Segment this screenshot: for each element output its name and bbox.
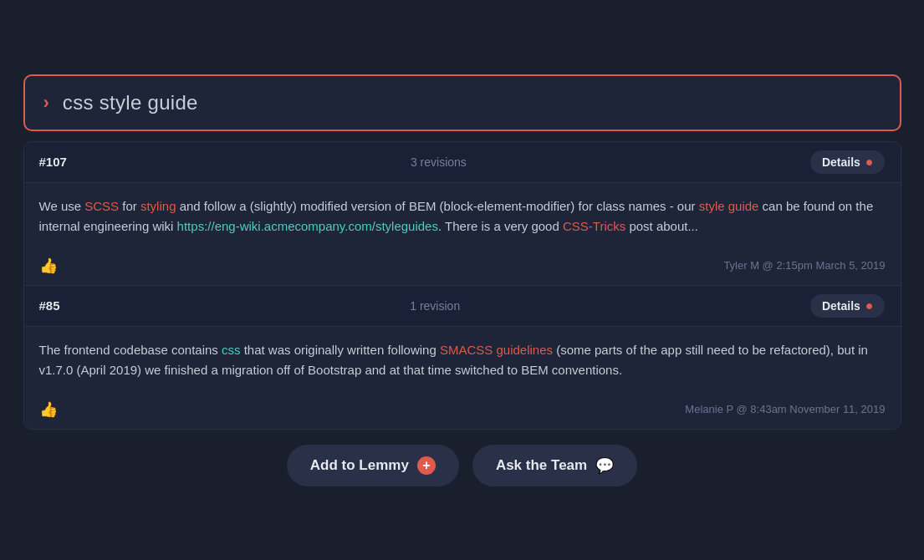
- search-bar[interactable]: › css style guide: [23, 74, 901, 131]
- details-arrow-icon-107: ●: [865, 155, 874, 170]
- chat-icon: 💬: [595, 456, 614, 475]
- result-author-107: Tyler M @ 2:15pm March 5, 2019: [723, 259, 885, 272]
- result-revisions-85: 1 revision: [410, 299, 460, 313]
- result-header-107: #107 3 revisions Details ●: [24, 142, 901, 183]
- highlight-css-tricks: CSS-Tricks: [563, 219, 625, 233]
- result-text-107: We use SCSS for styling and follow a (sl…: [39, 196, 886, 237]
- result-footer-85: 👍 Melanie P @ 8:43am November 11, 2019: [24, 394, 901, 429]
- result-author-85: Melanie P @ 8:43am November 11, 2019: [685, 403, 885, 415]
- ask-label: Ask the Team: [496, 457, 587, 474]
- add-to-lemmy-button[interactable]: Add to Lemmy +: [287, 445, 459, 486]
- result-id-107: #107: [39, 155, 67, 169]
- plus-icon: +: [417, 456, 436, 475]
- main-container: › css style guide #107 3 revisions Detai…: [23, 74, 901, 486]
- result-item-85: #85 1 revision Details ● The frontend co…: [24, 286, 901, 429]
- highlight-css: css: [222, 343, 241, 357]
- highlight-style-guide: style guide: [699, 199, 759, 213]
- add-label: Add to Lemmy: [310, 457, 409, 474]
- like-button-107[interactable]: 👍: [39, 257, 58, 275]
- result-item-107: #107 3 revisions Details ● We use SCSS f…: [24, 142, 901, 286]
- details-label-85: Details: [822, 299, 860, 313]
- chevron-icon: ›: [43, 94, 49, 112]
- result-revisions-107: 3 revisions: [411, 155, 467, 169]
- ask-the-team-button[interactable]: Ask the Team 💬: [472, 445, 637, 486]
- highlight-scss: SCSS: [84, 199, 119, 213]
- search-query: css style guide: [63, 91, 198, 115]
- result-text-85: The frontend codebase contains css that …: [39, 340, 886, 380]
- result-body-85: The frontend codebase contains css that …: [24, 327, 901, 394]
- result-body-107: We use SCSS for styling and follow a (sl…: [24, 183, 901, 250]
- details-button-85[interactable]: Details ●: [810, 294, 886, 318]
- details-label-107: Details: [822, 155, 860, 169]
- result-footer-107: 👍 Tyler M @ 2:15pm March 5, 2019: [24, 250, 901, 285]
- bottom-buttons: Add to Lemmy + Ask the Team 💬: [23, 440, 901, 486]
- result-header-85: #85 1 revision Details ●: [24, 286, 901, 327]
- highlight-styling: styling: [140, 199, 176, 213]
- details-arrow-icon-85: ●: [865, 298, 874, 313]
- results-container: #107 3 revisions Details ● We use SCSS f…: [23, 141, 901, 430]
- wiki-link[interactable]: https://eng-wiki.acmecompany.com/stylegu…: [177, 219, 438, 233]
- highlight-smacss: SMACSS guidelines: [440, 343, 553, 357]
- result-id-85: #85: [39, 298, 60, 313]
- like-button-85[interactable]: 👍: [39, 400, 58, 419]
- details-button-107[interactable]: Details ●: [810, 150, 886, 174]
